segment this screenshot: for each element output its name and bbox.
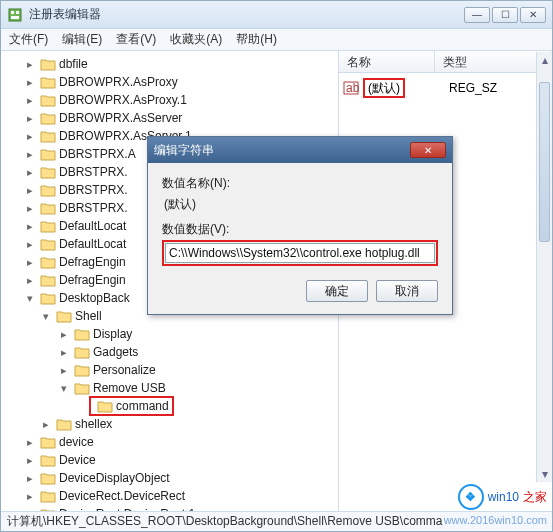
tree-item[interactable]: ▸DeviceRect.DeviceRect [1,487,338,505]
svg-rect-3 [11,16,19,19]
tree-item-label: DeviceRect.DeviceRect [59,489,185,503]
dialog-body: 数值名称(N): (默认) 数值数据(V): 确定 取消 [148,163,452,314]
folder-icon [56,309,72,323]
folder-icon [74,363,90,377]
tree-item-label: Shell [75,309,102,323]
tree-item[interactable]: ▸shellex [1,415,338,433]
scrollbar-vertical[interactable]: ▴ ▾ [536,52,552,482]
minimize-button[interactable]: — [464,7,490,23]
tree-item-label: DefaultLocat [59,219,126,233]
menubar: 文件(F) 编辑(E) 查看(V) 收藏夹(A) 帮助(H) [1,29,552,51]
folder-icon [97,399,113,413]
watermark-url: www.2016win10.com [444,514,547,526]
folder-icon [74,381,90,395]
chevron-right-icon[interactable]: ▸ [23,454,37,467]
window-controls: — ☐ ✕ [464,7,546,23]
chevron-right-icon[interactable]: ▸ [23,130,37,143]
scroll-up-icon[interactable]: ▴ [537,52,552,68]
dialog-close-button[interactable]: ✕ [410,142,446,158]
chevron-right-icon[interactable]: ▸ [23,166,37,179]
folder-icon [40,435,56,449]
tree-item-label: DBRSTPRX. [59,183,128,197]
svg-text:ab: ab [346,81,359,95]
chevron-right-icon[interactable]: ▸ [57,328,71,341]
tree-item[interactable]: ▸device [1,433,338,451]
tree-item-label: DefragEngin [59,273,126,287]
value-data-input[interactable] [165,243,435,263]
dialog-title: 编辑字符串 [154,142,410,159]
maximize-button[interactable]: ☐ [492,7,518,23]
chevron-right-icon[interactable]: ▸ [57,364,71,377]
chevron-right-icon[interactable]: ▸ [23,184,37,197]
chevron-down-icon[interactable]: ▾ [39,310,53,323]
tree-item[interactable]: ▸DBROWPRX.AsProxy.1 [1,91,338,109]
tree-item[interactable]: ▸DBROWPRX.AsProxy [1,73,338,91]
menu-help[interactable]: 帮助(H) [236,31,277,48]
folder-icon [40,471,56,485]
value-name-label: 数值名称(N): [162,175,438,192]
menu-view[interactable]: 查看(V) [116,31,156,48]
chevron-right-icon[interactable]: ▸ [57,346,71,359]
tree-item-label: command [116,399,169,413]
col-name[interactable]: 名称 [339,51,435,72]
chevron-right-icon[interactable]: ▸ [23,238,37,251]
chevron-right-icon[interactable]: ▸ [39,418,53,431]
chevron-right-icon[interactable]: ▸ [23,112,37,125]
chevron-right-icon[interactable]: ▸ [23,436,37,449]
chevron-right-icon[interactable]: ▸ [23,220,37,233]
col-type[interactable]: 类型 [435,51,552,72]
folder-icon [40,183,56,197]
chevron-right-icon[interactable]: ▸ [23,472,37,485]
value-data-highlight [162,240,438,266]
folder-icon [40,75,56,89]
tree-item[interactable]: command [1,397,338,415]
dialog-titlebar[interactable]: 编辑字符串 ✕ [148,137,452,163]
tree-item-label: shellex [75,417,112,431]
status-path: 计算机\HKEY_CLASSES_ROOT\DesktopBackground\… [7,513,443,530]
scroll-down-icon[interactable]: ▾ [537,466,552,482]
chevron-down-icon[interactable]: ▾ [57,382,71,395]
folder-icon [74,345,90,359]
folder-icon [40,255,56,269]
scroll-thumb[interactable] [539,82,550,242]
folder-icon [74,327,90,341]
tree-item-label: DBRSTPRX. [59,165,128,179]
chevron-right-icon[interactable]: ▸ [23,76,37,89]
menu-favorites[interactable]: 收藏夹(A) [170,31,222,48]
chevron-right-icon[interactable]: ▸ [23,490,37,503]
value-name: (默认) [363,80,449,97]
chevron-right-icon[interactable]: ▸ [23,202,37,215]
tree-item[interactable]: ▸DBROWPRX.AsServer [1,109,338,127]
menu-file[interactable]: 文件(F) [9,31,48,48]
titlebar[interactable]: 注册表编辑器 — ☐ ✕ [1,1,552,29]
tree-item[interactable]: ▸Gadgets [1,343,338,361]
tree-item-label: Remove USB [93,381,166,395]
tree-item[interactable]: ▸Display [1,325,338,343]
folder-icon [40,489,56,503]
chevron-right-icon[interactable]: ▸ [23,274,37,287]
tree-item[interactable]: ▸dbfile [1,55,338,73]
tree-item[interactable]: ▸Device [1,451,338,469]
window-title: 注册表编辑器 [29,6,464,23]
tree-item-label: DeviceDisplayObject [59,471,170,485]
svg-rect-0 [9,9,21,21]
close-button[interactable]: ✕ [520,7,546,23]
chevron-right-icon[interactable]: ▸ [23,148,37,161]
menu-edit[interactable]: 编辑(E) [62,31,102,48]
chevron-right-icon[interactable]: ▸ [23,58,37,71]
folder-icon [40,57,56,71]
list-row[interactable]: ab (默认) REG_SZ [343,77,552,99]
watermark-brand-pre: win10 [488,490,519,504]
tree-item-label: DBROWPRX.AsServer [59,111,182,125]
folder-icon [40,93,56,107]
chevron-right-icon[interactable]: ▸ [23,256,37,269]
tree-item[interactable]: ▸DeviceDisplayObject [1,469,338,487]
tree-item[interactable]: ▾Remove USB [1,379,338,397]
ok-button[interactable]: 确定 [306,280,368,302]
cancel-button[interactable]: 取消 [376,280,438,302]
chevron-right-icon[interactable]: ▸ [23,94,37,107]
tree-item-label: DefragEngin [59,255,126,269]
folder-icon [40,147,56,161]
chevron-down-icon[interactable]: ▾ [23,292,37,305]
tree-item[interactable]: ▸Personalize [1,361,338,379]
